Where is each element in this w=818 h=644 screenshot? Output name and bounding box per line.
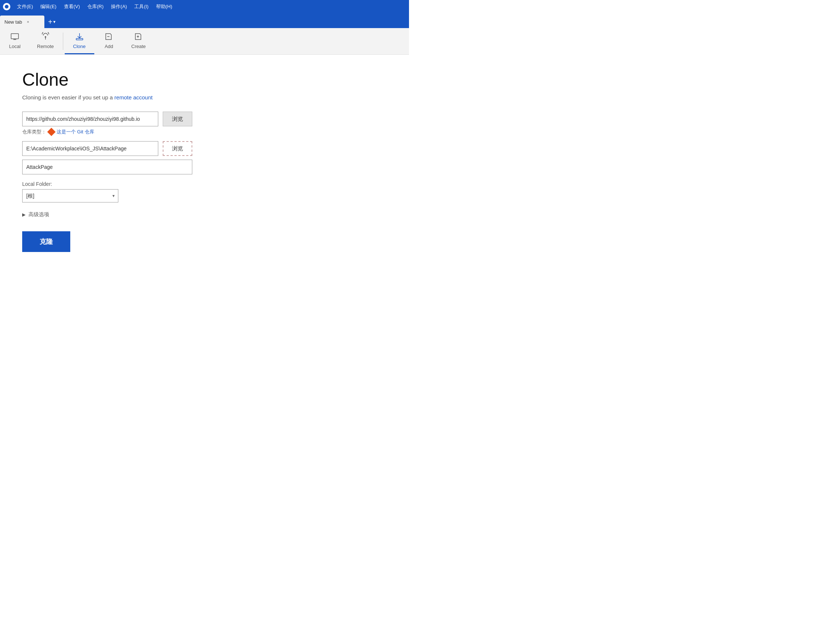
local-folder-section: Local Folder: [根] ▾: [22, 181, 192, 202]
menu-bar: 文件(E) 编辑(E) 查看(V) 仓库(R) 操作(A) 工具(I) 帮助(H…: [0, 0, 409, 13]
menu-view[interactable]: 查看(V): [61, 2, 83, 11]
repo-type-row: 仓库类型： 这是一个 Git 仓库: [22, 129, 192, 135]
new-tab-button[interactable]: + ▾: [45, 15, 59, 28]
browse-url-button[interactable]: 浏览: [163, 112, 192, 126]
tab-bar: New tab × + ▾: [0, 13, 409, 28]
app-logo: [3, 3, 10, 10]
toolbar-label-add: Add: [105, 44, 113, 49]
subtitle: Cloning is even easier if you set up a r…: [22, 94, 387, 101]
url-input[interactable]: [22, 112, 158, 126]
advanced-arrow-icon: ▶: [22, 212, 26, 217]
clone-button[interactable]: 克隆: [22, 231, 70, 252]
advanced-options-toggle[interactable]: ▶ 高级选项: [22, 212, 192, 218]
toolbar-item-create[interactable]: Create: [124, 28, 154, 54]
svg-rect-0: [11, 34, 18, 39]
toolbar-item-clone[interactable]: Clone: [65, 28, 94, 54]
create-icon: [134, 32, 143, 42]
menu-repo[interactable]: 仓库(R): [84, 2, 106, 11]
toolbar-label-local: Local: [9, 44, 20, 49]
toolbar-label-remote: Remote: [37, 44, 54, 49]
main-content: Clone Cloning is even easier if you set …: [0, 55, 409, 267]
new-tab-arrow-icon: ▾: [53, 19, 55, 25]
repo-type-label: 仓库类型：: [22, 129, 46, 135]
tab-label: New tab: [5, 19, 22, 25]
url-input-row: 浏览: [22, 112, 192, 126]
browse-path-button[interactable]: 浏览: [163, 141, 192, 156]
subtitle-prefix: Cloning is even easier if you set up a: [22, 94, 114, 101]
local-folder-select-wrapper: [根] ▾: [22, 189, 118, 202]
menu-help[interactable]: 帮助(H): [153, 2, 175, 11]
menu-tools[interactable]: 工具(I): [131, 2, 151, 11]
local-icon: [10, 32, 19, 42]
toolbar-separator: [63, 32, 63, 50]
add-icon: [105, 32, 114, 42]
path-input-row: 浏览: [22, 141, 192, 156]
git-diamond-icon: [47, 128, 56, 136]
toolbar-label-clone: Clone: [73, 44, 86, 49]
repo-type-link[interactable]: 这是一个 Git 仓库: [57, 129, 94, 135]
active-tab[interactable]: New tab ×: [0, 15, 45, 28]
clone-form: 浏览 仓库类型： 这是一个 Git 仓库 浏览 Local Folder: [根…: [22, 112, 192, 252]
name-input[interactable]: [22, 159, 192, 175]
remote-icon: [41, 32, 50, 42]
svg-point-3: [45, 36, 46, 38]
local-folder-select[interactable]: [根]: [22, 189, 118, 202]
menu-action[interactable]: 操作(A): [108, 2, 130, 11]
menu-edit[interactable]: 编辑(E): [37, 2, 59, 11]
menu-file[interactable]: 文件(E): [14, 2, 36, 11]
toolbar-item-local[interactable]: Local: [0, 28, 29, 54]
remote-account-link[interactable]: remote account: [114, 94, 152, 101]
svg-rect-5: [76, 38, 83, 40]
clone-icon: [75, 32, 84, 42]
toolbar-item-add[interactable]: Add: [94, 28, 124, 54]
new-tab-icon: +: [48, 18, 52, 26]
path-input[interactable]: [22, 141, 158, 156]
advanced-label: 高级选项: [28, 212, 49, 218]
tab-close-button[interactable]: ×: [25, 19, 31, 25]
toolbar: Local Remote Clone: [0, 28, 409, 55]
toolbar-label-create: Create: [131, 44, 146, 49]
toolbar-item-remote[interactable]: Remote: [29, 28, 62, 54]
local-folder-label: Local Folder:: [22, 181, 192, 187]
page-title: Clone: [22, 69, 387, 90]
name-input-row: [22, 159, 192, 175]
